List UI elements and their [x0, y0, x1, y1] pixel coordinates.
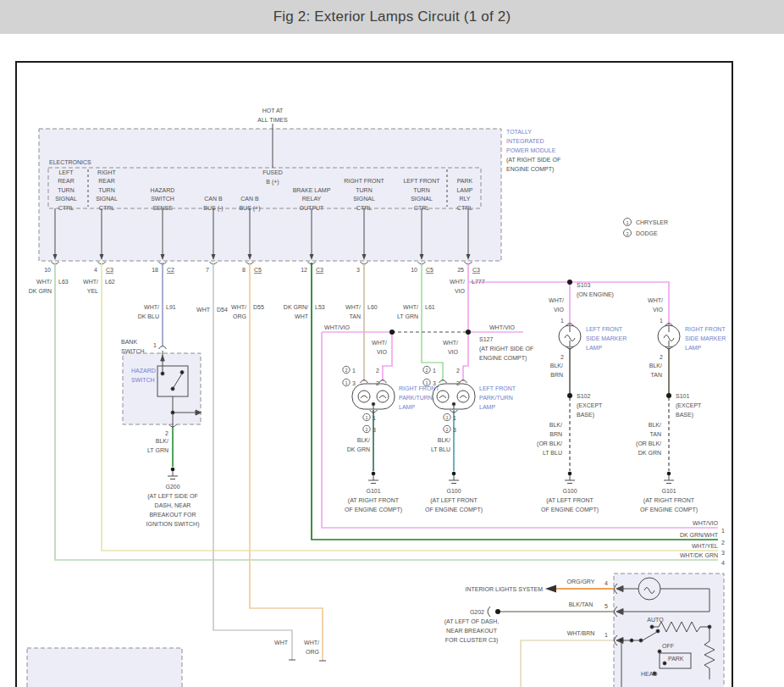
svg-text:C5: C5: [254, 267, 262, 273]
svg-text:2: 2: [376, 380, 379, 386]
svg-text:L777: L777: [472, 279, 485, 285]
svg-text:2: 2: [560, 354, 564, 360]
svg-text:2: 2: [721, 540, 725, 546]
svg-text:3: 3: [453, 427, 456, 433]
svg-text:3: 3: [352, 380, 356, 386]
svg-text:1: 1: [660, 318, 663, 324]
svg-text:8: 8: [242, 267, 246, 273]
svg-text:PARK: PARK: [668, 656, 684, 662]
s103-location: (ON ENGINE): [577, 291, 614, 298]
svg-text:OFF: OFF: [662, 643, 674, 649]
s127-wire-label-left: WHT/VIO: [324, 324, 350, 330]
svg-text:L91: L91: [166, 304, 176, 310]
headlamp-switch-box: [614, 573, 724, 687]
svg-text:3: 3: [721, 550, 725, 556]
svg-text:C3: C3: [106, 267, 113, 273]
svg-text:4: 4: [605, 580, 608, 586]
legend-dodge: DODGE: [636, 230, 658, 236]
svg-text:2: 2: [445, 427, 448, 432]
s127-label: S127: [479, 336, 493, 342]
svg-text:WHT: WHT: [196, 307, 211, 313]
svg-text:WHT/DK GRN: WHT/DK GRN: [680, 552, 718, 558]
svg-text:7: 7: [206, 267, 209, 273]
svg-text:L60: L60: [367, 304, 378, 310]
svg-text:2: 2: [660, 354, 663, 360]
tipm-outer-box: [39, 129, 501, 261]
svg-text:DK GRN/WHT: DK GRN/WHT: [680, 532, 719, 538]
svg-text:L53: L53: [315, 304, 325, 310]
svg-text:C2: C2: [167, 267, 174, 273]
s103-label: S103: [577, 282, 590, 288]
svg-text:10: 10: [44, 267, 51, 273]
svg-text:S101: S101: [676, 393, 689, 399]
hazard-pin1: 1: [153, 342, 157, 348]
svg-text:G101: G101: [366, 488, 380, 494]
svg-text:ORG/GRY: ORG/GRY: [567, 579, 595, 585]
svg-text:HEAD: HEAD: [641, 671, 657, 677]
svg-text:4: 4: [721, 560, 725, 566]
svg-text:AUTO: AUTO: [647, 617, 664, 623]
svg-text:L61: L61: [425, 304, 435, 310]
svg-text:2: 2: [376, 368, 379, 374]
svg-text:BLK/TAN: BLK/TAN: [569, 601, 594, 607]
svg-text:G101: G101: [661, 488, 676, 494]
svg-text:G100: G100: [562, 488, 577, 494]
svg-text:2: 2: [425, 368, 428, 373]
svg-text:1: 1: [352, 368, 356, 374]
svg-text:3: 3: [356, 267, 360, 273]
svg-text:S102: S102: [577, 393, 590, 399]
svg-text:G100: G100: [446, 488, 461, 494]
wiring-diagram: ELECTRONICS TOTALLYINTEGRATEDPOWER MODUL…: [0, 0, 784, 687]
svg-text:3: 3: [433, 380, 436, 386]
svg-text:1: 1: [605, 632, 608, 638]
svg-text:L63: L63: [58, 279, 69, 285]
svg-text:25: 25: [457, 267, 464, 273]
tipm-module: ELECTRONICS TOTALLYINTEGRATEDPOWER MODUL…: [39, 108, 560, 273]
svg-text:L62: L62: [105, 279, 115, 285]
g202-location: (AT LEFT OF DASH,NEAR BREAKOUTFOR CLUSTE…: [444, 618, 500, 644]
legend-chrysler: CHRYSLER: [636, 219, 668, 225]
hazard-switch-box: [123, 353, 201, 424]
hazard-pin2: 2: [165, 430, 168, 436]
svg-text:18: 18: [152, 267, 158, 273]
interior-lights-label: INTERIOR LIGHTS SYSTEM: [466, 586, 544, 592]
svg-text:10: 10: [411, 267, 417, 273]
svg-text:WHT/BRN: WHT/BRN: [567, 630, 595, 636]
svg-text:2: 2: [365, 427, 367, 432]
g200-label: G200: [165, 484, 179, 490]
svg-text:1: 1: [721, 528, 725, 534]
svg-text:1: 1: [345, 380, 347, 385]
svg-text:2: 2: [456, 368, 460, 374]
g202-label: G202: [470, 609, 484, 615]
svg-text:4: 4: [94, 267, 97, 273]
pin-label-hazard-sense: HAZARDSWITCHSENSE: [151, 187, 175, 211]
svg-text:3: 3: [373, 427, 376, 433]
s127-wire-label-right: WHT/VIO: [489, 324, 515, 330]
svg-text:1: 1: [433, 368, 436, 374]
svg-text:1: 1: [560, 318, 564, 324]
svg-text:D55: D55: [253, 304, 264, 310]
svg-text:1: 1: [626, 220, 628, 225]
svg-text:5: 5: [605, 603, 608, 609]
svg-text:1: 1: [425, 380, 428, 385]
svg-text:C3: C3: [316, 267, 323, 273]
svg-text:1: 1: [453, 415, 456, 421]
svg-text:C3: C3: [472, 267, 480, 273]
svg-text:1: 1: [373, 415, 376, 421]
svg-text:C5: C5: [426, 267, 433, 273]
svg-text:WHT/YEL: WHT/YEL: [692, 543, 718, 549]
svg-text:12: 12: [301, 267, 307, 273]
svg-text:2: 2: [626, 231, 628, 236]
tipm-electronics-label: ELECTRONICS: [49, 159, 91, 165]
svg-text:D54: D54: [217, 307, 228, 313]
svg-text:2: 2: [456, 380, 460, 386]
svg-text:WHT: WHT: [274, 640, 289, 645]
svg-text:1: 1: [365, 415, 367, 420]
svg-text:1: 1: [445, 415, 448, 420]
bottom-left-module-box: [27, 648, 182, 687]
svg-text:WHT/VIO: WHT/VIO: [693, 520, 718, 526]
svg-text:2: 2: [345, 368, 347, 373]
